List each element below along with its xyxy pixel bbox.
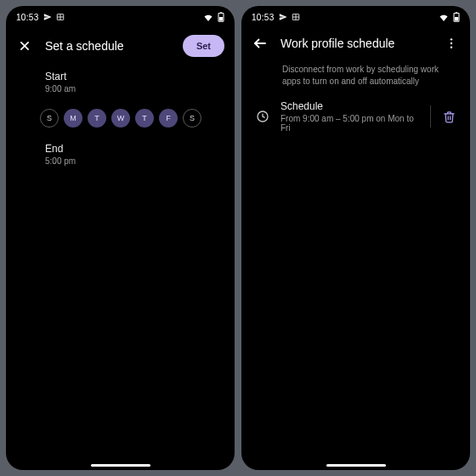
wifi-icon <box>439 13 449 21</box>
svg-rect-4 <box>220 12 222 14</box>
end-label: End <box>45 143 209 155</box>
start-value: 9:00 am <box>45 84 209 94</box>
svg-rect-13 <box>455 17 458 21</box>
home-indicator[interactable] <box>91 464 150 467</box>
svg-point-16 <box>450 42 452 44</box>
battery-icon <box>218 12 224 22</box>
status-time: 10:53 <box>252 13 275 22</box>
day-tue[interactable]: T <box>88 109 106 128</box>
day-wed[interactable]: W <box>111 109 130 128</box>
end-row[interactable]: End 5:00 pm <box>45 143 209 166</box>
day-sun[interactable]: S <box>40 109 59 128</box>
page-title: Set a schedule <box>45 39 171 53</box>
schedule-value: From 9:00 am – 5:00 pm on Mon to Fri <box>280 114 420 133</box>
svg-rect-5 <box>219 17 223 21</box>
end-value: 5:00 pm <box>45 156 209 166</box>
back-icon[interactable] <box>252 35 269 52</box>
app-bar: Work profile schedule <box>241 28 470 57</box>
start-label: Start <box>45 71 209 82</box>
wifi-icon <box>203 13 213 21</box>
svg-point-17 <box>450 46 452 48</box>
phone-work-profile-schedule: 10:53 Work profile sche <box>241 6 470 470</box>
day-sat[interactable]: S <box>183 109 201 128</box>
start-row[interactable]: Start 9:00 am <box>45 71 209 94</box>
schedule-row[interactable]: Schedule From 9:00 am – 5:00 pm on Mon t… <box>253 97 458 136</box>
page-title: Work profile schedule <box>280 37 431 50</box>
close-icon[interactable] <box>16 37 33 54</box>
schedule-description: Disconnect from work by scheduling work … <box>253 60 458 97</box>
day-thu[interactable]: T <box>135 109 154 128</box>
set-button[interactable]: Set <box>183 35 224 57</box>
clock-icon <box>255 109 270 124</box>
delete-schedule-button[interactable] <box>441 109 456 124</box>
svg-rect-12 <box>456 12 457 14</box>
schedule-label: Schedule <box>280 100 420 112</box>
day-picker: S M T W T F S <box>40 109 209 128</box>
more-icon[interactable] <box>443 35 460 52</box>
phone-set-schedule: 10:53 Set a schedule <box>6 6 235 470</box>
status-time: 10:53 <box>16 13 39 22</box>
status-bar: 10:53 <box>6 6 235 28</box>
app-bar: Set a schedule Set <box>6 28 235 62</box>
svg-point-15 <box>450 38 452 40</box>
status-bar: 10:53 <box>241 6 470 28</box>
day-mon[interactable]: M <box>64 109 82 128</box>
send-icon <box>43 13 52 21</box>
grid-icon <box>292 13 300 21</box>
vertical-divider <box>430 105 431 128</box>
home-indicator[interactable] <box>326 464 386 467</box>
grid-icon <box>56 13 65 21</box>
send-icon <box>279 13 287 21</box>
day-fri[interactable]: F <box>159 109 178 128</box>
battery-icon <box>453 12 460 22</box>
